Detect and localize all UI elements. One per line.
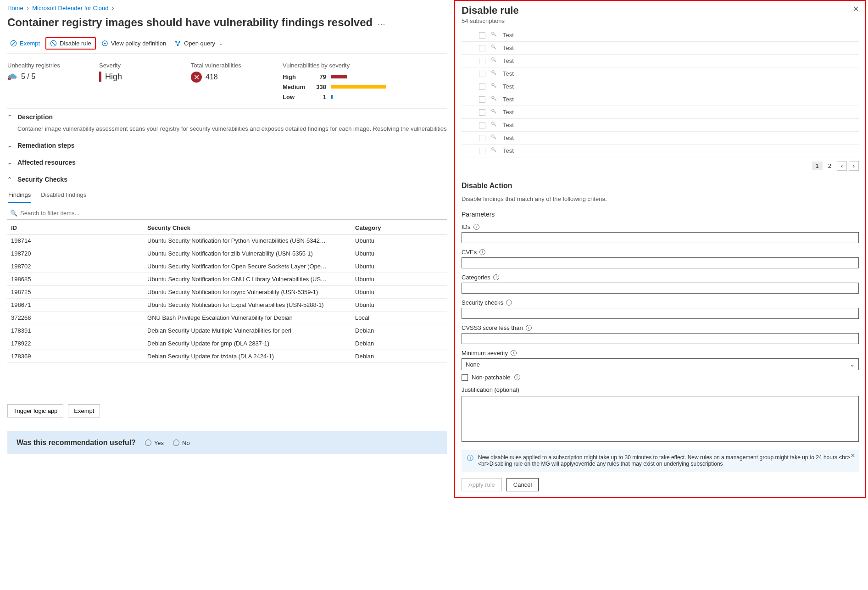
checkbox-icon[interactable] <box>479 45 485 51</box>
nonpatchable-checkbox[interactable]: Non-patchable i <box>462 374 859 381</box>
bar-high-icon <box>331 75 347 78</box>
view-policy-button[interactable]: View policy definition <box>99 38 169 49</box>
page-1[interactable]: 1 <box>812 161 823 170</box>
cell-category: Ubuntu <box>351 273 447 286</box>
table-row[interactable]: 372268GNU Bash Privilege Escalation Vuln… <box>7 312 447 324</box>
checkbox-icon[interactable] <box>479 32 485 39</box>
exempt-bottom-button[interactable]: Exempt <box>68 404 100 417</box>
subscription-row[interactable]: Test <box>462 93 859 106</box>
panel-subtitle: 54 subscriptions <box>462 17 519 24</box>
total-vuln-label: Total vulnerabilities <box>191 62 255 69</box>
breadcrumb-item[interactable]: Microsoft Defender for Cloud <box>32 5 108 11</box>
tab-findings[interactable]: Findings <box>8 189 31 203</box>
col-category[interactable]: Category <box>351 222 447 234</box>
breadcrumb-item[interactable]: Home <box>7 5 23 11</box>
high-label: High <box>283 73 308 80</box>
justification-label: Justification (optional) <box>462 386 519 393</box>
info-icon[interactable]: i <box>511 350 517 356</box>
section-checks-header[interactable]: ⌃ Security Checks <box>7 176 447 183</box>
cell-id: 198671 <box>7 299 144 312</box>
cell-id: 178369 <box>7 350 144 363</box>
info-icon[interactable]: i <box>506 300 512 306</box>
checkbox-icon[interactable] <box>479 58 485 64</box>
checkbox-icon[interactable] <box>479 71 485 77</box>
cves-input[interactable] <box>462 257 859 268</box>
more-icon[interactable]: … <box>377 18 385 28</box>
table-row[interactable]: 198720Ubuntu Security Notification for z… <box>7 247 447 260</box>
page-2[interactable]: 2 <box>824 161 835 170</box>
checkbox-icon[interactable] <box>479 122 485 128</box>
disable-action-title: Disable Action <box>462 182 859 190</box>
subscription-row[interactable]: Test <box>462 42 859 55</box>
svg-line-25 <box>495 86 496 87</box>
close-icon[interactable]: ✕ <box>853 5 859 13</box>
key-icon <box>491 31 497 39</box>
feedback-yes[interactable]: Yes <box>145 440 164 446</box>
section-remediation-header[interactable]: ⌄ Remediation steps <box>7 142 447 149</box>
checkbox-icon[interactable] <box>479 135 485 141</box>
table-row[interactable]: 178922Debian Security Update for gmp (DL… <box>7 337 447 350</box>
info-icon[interactable]: i <box>473 224 479 230</box>
min-severity-select[interactable]: None ⌄ <box>462 358 859 370</box>
col-check[interactable]: Security Check <box>144 222 351 234</box>
exempt-button[interactable]: Exempt <box>7 38 43 49</box>
cell-check: Debian Security Update for gmp (DLA 2837… <box>144 337 351 350</box>
subscription-row[interactable]: Test <box>462 119 859 132</box>
subscription-row[interactable]: Test <box>462 132 859 145</box>
section-affected-header[interactable]: ⌄ Affected resources <box>7 159 447 166</box>
breadcrumb[interactable]: Home › Microsoft Defender for Cloud › <box>7 5 447 14</box>
table-row[interactable]: 198714Ubuntu Security Notification for P… <box>7 234 447 247</box>
cell-check: GNU Bash Privilege Escalation Vulnerabil… <box>144 312 351 324</box>
apply-rule-button[interactable]: Apply rule <box>462 478 502 491</box>
filter-input[interactable] <box>7 207 447 220</box>
page-title: Container registry images should have vu… <box>7 16 373 29</box>
info-icon[interactable]: i <box>493 274 499 280</box>
subscription-row[interactable]: Test <box>462 80 859 93</box>
subscription-row[interactable]: Test <box>462 29 859 42</box>
tab-disabled-findings[interactable]: Disabled findings <box>41 189 86 203</box>
subscription-name: Test <box>503 70 514 77</box>
info-icon[interactable]: i <box>514 374 520 380</box>
table-row[interactable]: 198702Ubuntu Security Notification for O… <box>7 260 447 273</box>
info-icon[interactable]: i <box>479 249 485 255</box>
table-row[interactable]: 198685Ubuntu Security Notification for G… <box>7 273 447 286</box>
disable-rule-button[interactable]: Disable rule <box>45 37 96 50</box>
cvss-input[interactable] <box>462 333 859 344</box>
open-query-button[interactable]: Open query ⌄ <box>172 38 225 49</box>
trigger-logic-app-button[interactable]: Trigger logic app <box>7 404 63 417</box>
ids-input[interactable] <box>462 232 859 243</box>
subscription-name: Test <box>503 109 514 116</box>
subscription-row[interactable]: Test <box>462 55 859 67</box>
subscription-row[interactable]: Test <box>462 67 859 80</box>
subscription-list: TestTestTestTestTestTestTestTestTestTest <box>462 29 859 157</box>
subscription-row[interactable]: Test <box>462 106 859 119</box>
cell-category: Debian <box>351 324 447 337</box>
dismiss-banner-icon[interactable]: ✕ <box>851 452 855 459</box>
checkbox-icon[interactable] <box>479 96 485 103</box>
security-checks-input[interactable] <box>462 308 859 319</box>
table-row[interactable]: 198671Ubuntu Security Notification for E… <box>7 299 447 312</box>
checkbox-icon[interactable] <box>479 148 485 154</box>
feedback-no[interactable]: No <box>173 440 190 446</box>
page-next[interactable]: › <box>849 161 859 171</box>
key-icon <box>491 147 497 155</box>
col-id[interactable]: ID <box>7 222 144 234</box>
cancel-button[interactable]: Cancel <box>506 478 539 491</box>
subscription-name: Test <box>503 122 514 128</box>
table-row[interactable]: 178369Debian Security Update for tzdata … <box>7 350 447 363</box>
justification-textarea[interactable] <box>462 396 859 442</box>
table-row[interactable]: 178391Debian Security Update Multiple Vu… <box>7 324 447 337</box>
low-value: 1 <box>312 94 326 100</box>
checkbox-icon[interactable] <box>479 83 485 90</box>
subscription-row[interactable]: Test <box>462 145 859 157</box>
ids-label: IDs <box>462 223 471 230</box>
categories-input[interactable] <box>462 283 859 294</box>
info-icon[interactable]: i <box>526 325 532 331</box>
section-description-header[interactable]: ⌃ Description <box>7 113 447 121</box>
feedback-bar: Was this recommendation useful? Yes No <box>7 431 447 454</box>
page-prev[interactable]: ‹ <box>837 161 847 171</box>
cell-id: 198720 <box>7 247 144 260</box>
feedback-yes-label: Yes <box>154 440 164 446</box>
table-row[interactable]: 198725Ubuntu Security Notification for r… <box>7 286 447 299</box>
checkbox-icon[interactable] <box>479 109 485 116</box>
